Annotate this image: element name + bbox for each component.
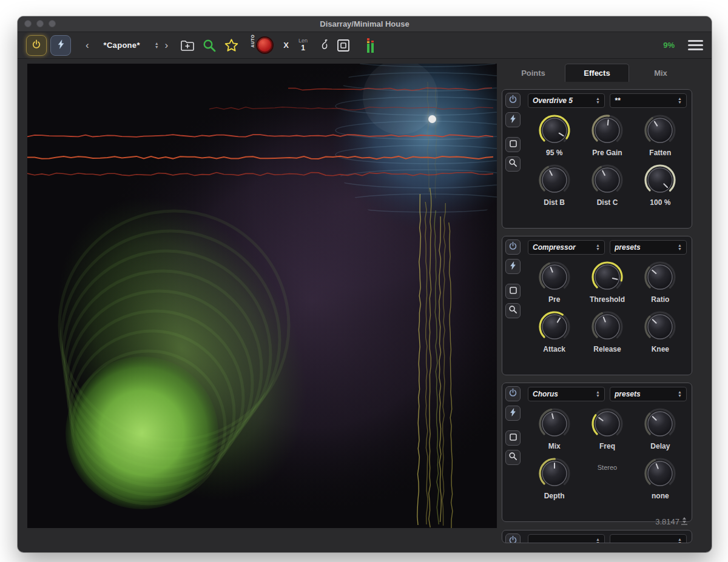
tab-effects[interactable]: Effects bbox=[565, 64, 629, 82]
magnifier-icon[interactable] bbox=[202, 38, 217, 53]
level-meter-icon bbox=[366, 36, 375, 55]
fx-modulation-button[interactable] bbox=[505, 406, 521, 421]
window-title: Disarray/Minimal House bbox=[18, 19, 712, 28]
titlebar: Disarray/Minimal House bbox=[18, 16, 712, 32]
close-button[interactable] bbox=[24, 20, 32, 27]
effect-preset-label: ** bbox=[615, 96, 678, 105]
effect-type-label: Compressor bbox=[533, 243, 596, 252]
fx-modulation-button[interactable] bbox=[505, 112, 521, 127]
preset-stepper[interactable]: ▲▼ bbox=[155, 42, 159, 49]
window-controls bbox=[24, 20, 56, 27]
effect-preset-select[interactable]: ▲▼ bbox=[610, 534, 687, 543]
effect-panel-overdrive-5: Overdrive 5 ▲▼ ** ▲▼ 95 % Pre Gain bbox=[502, 89, 692, 229]
power-icon bbox=[32, 39, 41, 52]
knob-depth[interactable]: Depth bbox=[528, 457, 581, 500]
effect-type-select[interactable]: ▲▼ bbox=[528, 534, 605, 543]
control-point[interactable] bbox=[428, 115, 436, 123]
clear-button[interactable]: X bbox=[283, 41, 289, 50]
fx-magnifier-button[interactable] bbox=[505, 303, 521, 318]
magnifier-icon bbox=[508, 305, 517, 316]
pepper-icon[interactable] bbox=[318, 39, 328, 52]
knob-label: Dist C bbox=[597, 198, 618, 207]
value-stepper-icon[interactable] bbox=[681, 517, 687, 527]
fx-power-button[interactable] bbox=[505, 239, 521, 255]
lightning-icon bbox=[510, 115, 516, 125]
fx-header: Compressor ▲▼ presets ▲▼ bbox=[528, 240, 687, 255]
knob-delay[interactable]: Delay bbox=[634, 407, 687, 450]
chevron-updown-icon: ▲▼ bbox=[596, 390, 600, 398]
knob-label: Threshold bbox=[590, 295, 625, 304]
effect-preset-select[interactable]: ** ▲▼ bbox=[610, 93, 687, 108]
record-icon[interactable] bbox=[256, 36, 274, 54]
tab-points[interactable]: Points bbox=[502, 64, 565, 82]
zoom-button[interactable] bbox=[49, 20, 56, 27]
lightning-icon bbox=[510, 408, 516, 419]
knob-95-pct[interactable]: 95 % bbox=[528, 113, 581, 157]
power-icon bbox=[508, 388, 517, 400]
knob-knee[interactable]: Knee bbox=[634, 310, 687, 353]
fx-main: Compressor ▲▼ presets ▲▼ Pre Threshold bbox=[527, 236, 692, 375]
knob-pre-gain[interactable]: Pre Gain bbox=[581, 113, 633, 157]
prev-preset-button[interactable]: ‹ bbox=[83, 40, 92, 50]
frame-icon[interactable] bbox=[337, 39, 350, 52]
next-preset-button[interactable]: › bbox=[163, 40, 171, 50]
knob-label: Depth bbox=[544, 492, 565, 500]
fx-side-controls bbox=[502, 236, 527, 375]
knob-dist-b[interactable]: Dist B bbox=[528, 163, 581, 207]
knob-threshold[interactable]: Threshold bbox=[581, 260, 633, 304]
knob-mix[interactable]: Mix bbox=[528, 407, 581, 450]
effect-type-label: Chorus bbox=[533, 390, 596, 398]
star-icon[interactable] bbox=[224, 38, 239, 53]
knob-dist-c[interactable]: Dist C bbox=[581, 163, 633, 207]
minimize-button[interactable] bbox=[36, 20, 44, 27]
power-icon bbox=[508, 535, 517, 543]
tab-mix[interactable]: Mix bbox=[629, 64, 692, 82]
knob-100-pct[interactable]: 100 % bbox=[634, 163, 687, 207]
effect-preset-select[interactable]: presets ▲▼ bbox=[610, 387, 687, 401]
knob-freq[interactable]: Freq bbox=[581, 407, 633, 450]
knob-release[interactable]: Release bbox=[581, 310, 633, 353]
knob-grid: Pre Threshold Ratio Attack bbox=[528, 260, 687, 353]
knob-pre[interactable]: Pre bbox=[528, 260, 581, 304]
effect-panel-partial: ▲▼ ▲▼ bbox=[502, 530, 692, 543]
fx-magnifier-button[interactable] bbox=[505, 156, 521, 172]
effect-type-select[interactable]: Chorus ▲▼ bbox=[528, 387, 605, 401]
fx-side-controls bbox=[502, 530, 527, 543]
frame-icon bbox=[509, 286, 517, 297]
knob-none[interactable]: none bbox=[634, 457, 687, 500]
menu-icon[interactable] bbox=[688, 40, 703, 50]
panel-tabs: Points Effects Mix bbox=[502, 64, 692, 82]
frame-icon bbox=[509, 139, 517, 150]
length-control[interactable]: Len 1 bbox=[298, 38, 308, 52]
effect-preset-select[interactable]: presets ▲▼ bbox=[610, 240, 687, 255]
fx-power-button[interactable] bbox=[505, 93, 521, 108]
fx-main: Chorus ▲▼ presets ▲▼ Mix Freq bbox=[527, 383, 692, 521]
fx-frame-button[interactable] bbox=[505, 284, 521, 299]
preset-name[interactable]: *Capone* bbox=[96, 41, 147, 50]
fx-header: Overdrive 5 ▲▼ ** ▲▼ bbox=[528, 93, 687, 108]
fx-main: ▲▼ ▲▼ bbox=[527, 530, 692, 543]
fx-magnifier-button[interactable] bbox=[505, 450, 521, 465]
knob-grid: 95 % Pre Gain Fatten Dist B bbox=[528, 113, 687, 207]
knob-fatten[interactable]: Fatten bbox=[634, 113, 687, 157]
fx-frame-button[interactable] bbox=[505, 137, 521, 152]
power-button[interactable] bbox=[26, 35, 47, 56]
knob-attack[interactable]: Attack bbox=[528, 310, 581, 353]
plugin-window: Disarray/Minimal House ‹ *Capone* ▲▼ › bbox=[18, 16, 712, 552]
fx-power-button[interactable] bbox=[505, 534, 521, 543]
value-readout: 3.8147 bbox=[655, 517, 687, 527]
knob-ratio[interactable]: Ratio bbox=[634, 260, 687, 304]
fx-side-controls bbox=[502, 383, 527, 521]
chevron-updown-icon: ▲▼ bbox=[596, 538, 600, 543]
chevron-updown-icon: ▲▼ bbox=[678, 390, 682, 398]
auto-label: AUTO bbox=[251, 43, 255, 48]
effect-type-select[interactable]: Overdrive 5 ▲▼ bbox=[528, 93, 605, 108]
modulation-button[interactable] bbox=[50, 35, 71, 56]
fx-modulation-button[interactable] bbox=[505, 259, 521, 274]
particle-visualizer[interactable] bbox=[27, 64, 497, 528]
effect-type-select[interactable]: Compressor ▲▼ bbox=[528, 240, 605, 255]
knob-label: Fatten bbox=[649, 149, 671, 157]
fx-power-button[interactable] bbox=[505, 386, 521, 401]
folder-add-icon[interactable] bbox=[180, 39, 195, 52]
fx-frame-button[interactable] bbox=[505, 430, 521, 446]
